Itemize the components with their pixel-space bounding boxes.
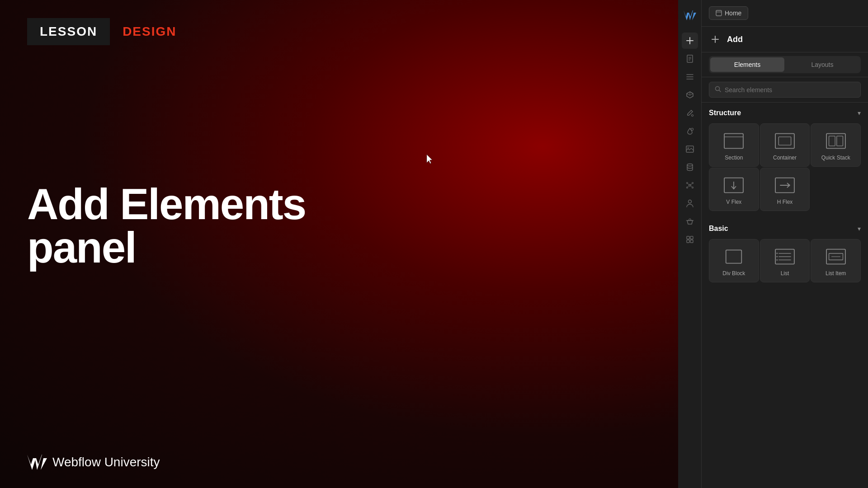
home-button[interactable]: Home (709, 6, 748, 20)
sidebar-cube-icon[interactable] (682, 87, 698, 103)
element-card-quick-stack[interactable]: Quick Stack (811, 123, 861, 167)
panel-header: Home (702, 0, 868, 27)
svg-rect-37 (778, 137, 791, 145)
svg-line-20 (691, 183, 692, 185)
structure-chevron-icon: ▾ (858, 109, 861, 117)
logo-text: Webflow University (52, 455, 160, 469)
svg-rect-26 (687, 240, 689, 243)
add-icon-button[interactable] (709, 33, 722, 46)
svg-line-22 (691, 186, 692, 187)
structure-elements-grid: Section Container (702, 122, 868, 218)
element-card-container[interactable]: Container (760, 123, 810, 167)
basic-section-header[interactable]: Basic ▾ (702, 218, 868, 237)
list-item-label: List Item (826, 270, 846, 277)
svg-rect-28 (716, 10, 722, 16)
top-bar: LESSON DESIGN (27, 18, 651, 45)
svg-rect-45 (726, 250, 742, 263)
svg-rect-25 (690, 236, 693, 239)
tab-elements[interactable]: Elements (710, 57, 784, 72)
sidebar-drops-icon[interactable] (682, 123, 698, 139)
sidebar-basket-icon[interactable] (682, 213, 698, 230)
element-card-h-flex[interactable]: H Flex (760, 168, 810, 211)
svg-point-12 (688, 147, 689, 149)
h-flex-label: H Flex (777, 199, 793, 205)
left-area: LESSON DESIGN Add Elements panel Webflow… (0, 0, 678, 488)
webflow-logo-icon (27, 455, 47, 470)
basic-chevron-icon: ▾ (858, 225, 861, 232)
container-label: Container (773, 155, 797, 161)
svg-rect-36 (775, 134, 794, 149)
add-section: Add (702, 27, 868, 52)
search-input[interactable] (725, 86, 855, 94)
svg-point-51 (776, 256, 778, 258)
element-card-div-block[interactable]: Div Block (709, 239, 759, 282)
sidebar-image-icon[interactable] (682, 141, 698, 157)
list-label: List (781, 270, 789, 277)
element-card-v-flex[interactable]: V Flex (709, 168, 759, 211)
bottom-logo: Webflow University (27, 455, 651, 470)
list-icon (773, 247, 797, 267)
svg-rect-24 (687, 236, 689, 239)
right-panel: Home Add Elements Layouts (678, 0, 868, 488)
list-item-icon (824, 247, 848, 267)
search-icon (715, 86, 721, 94)
structure-section-header[interactable]: Structure ▾ (702, 103, 868, 122)
tabs-container: Elements Layouts (702, 52, 868, 77)
section-icon (722, 131, 746, 151)
search-wrap (709, 82, 861, 98)
main-title: Add Elements panel (27, 183, 306, 269)
sidebar-add-icon[interactable] (682, 33, 698, 49)
add-label: Add (727, 35, 743, 44)
sidebar-menu-icon[interactable] (682, 69, 698, 85)
svg-line-33 (719, 90, 721, 92)
basic-elements-grid: Div Block (702, 237, 868, 290)
sidebar-grid-icon[interactable] (682, 231, 698, 248)
svg-rect-39 (829, 136, 835, 146)
svg-line-19 (688, 183, 689, 185)
sidebar-icons (678, 0, 702, 488)
design-badge: DESIGN (110, 18, 189, 45)
svg-point-23 (688, 200, 691, 203)
panel-content: Home Add Elements Layouts (702, 0, 868, 488)
home-icon (716, 10, 722, 16)
svg-rect-34 (724, 134, 743, 149)
sidebar-person-icon[interactable] (682, 195, 698, 211)
svg-point-13 (687, 164, 693, 166)
sidebar-database-icon[interactable] (682, 159, 698, 175)
container-icon (773, 131, 797, 151)
v-flex-label: V Flex (726, 199, 741, 205)
lesson-badge: LESSON (27, 18, 110, 45)
svg-point-50 (776, 253, 778, 254)
svg-point-52 (776, 259, 778, 261)
div-block-label: Div Block (722, 270, 745, 277)
v-flex-icon (722, 175, 746, 195)
svg-point-10 (691, 128, 693, 131)
svg-rect-27 (690, 240, 693, 243)
svg-point-9 (691, 115, 693, 117)
quick-stack-icon (824, 131, 848, 151)
tabs: Elements Layouts (709, 56, 861, 73)
tab-layouts[interactable]: Layouts (785, 57, 859, 72)
element-card-section[interactable]: Section (709, 123, 759, 167)
h-flex-icon (773, 175, 797, 195)
sidebar-paint-icon[interactable] (682, 105, 698, 121)
svg-rect-40 (836, 136, 843, 146)
quick-stack-label: Quick Stack (821, 155, 850, 161)
elements-area: Structure ▾ Section (702, 103, 868, 488)
element-card-list[interactable]: List (760, 239, 810, 282)
svg-line-21 (688, 186, 689, 187)
element-card-list-item[interactable]: List Item (811, 239, 861, 282)
sidebar-page-icon[interactable] (682, 51, 698, 67)
sidebar-network-icon[interactable] (682, 177, 698, 193)
svg-point-14 (689, 184, 691, 186)
div-block-icon (722, 247, 746, 267)
section-label: Section (725, 155, 743, 161)
basic-section-title: Basic (709, 225, 728, 233)
structure-section-title: Structure (709, 109, 741, 117)
sidebar-logo (682, 7, 698, 23)
main-title-text: Add Elements panel (27, 183, 306, 269)
search-container (702, 77, 868, 103)
